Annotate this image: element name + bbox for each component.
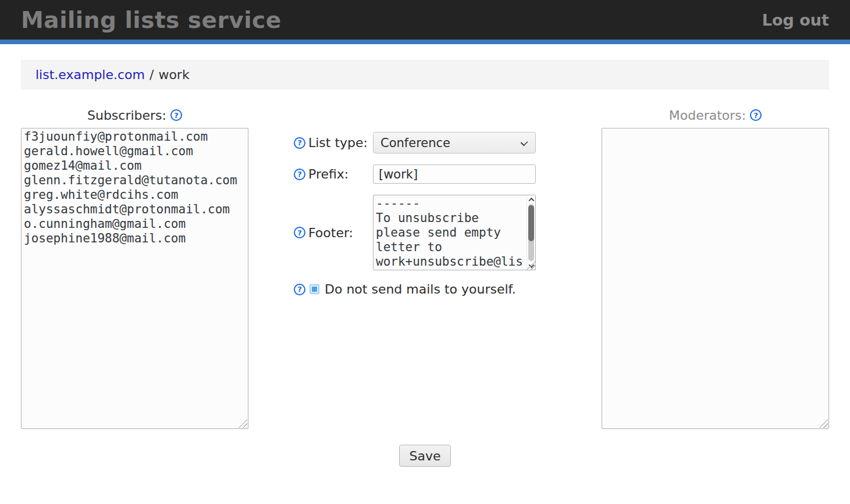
footer-row: ? Footer: ------ To unsubscribe please s… <box>294 195 602 270</box>
moderators-label: Moderators: <box>669 108 746 123</box>
prefix-help-icon[interactable]: ? <box>294 169 305 180</box>
list-type-row: ? List type: Conference <box>294 132 602 153</box>
breadcrumb-domain-link[interactable]: list.example.com <box>35 67 145 82</box>
logout-link[interactable]: Log out <box>762 11 829 29</box>
scrollbar-thumb[interactable] <box>528 205 534 241</box>
self-mail-help-icon[interactable]: ? <box>294 284 305 295</box>
scrollbar-track[interactable] <box>528 204 534 261</box>
footer-label: Footer: <box>308 226 370 240</box>
scroll-up-icon[interactable] <box>527 195 535 203</box>
moderators-box <box>602 128 829 429</box>
self-mail-checkbox[interactable] <box>310 284 319 294</box>
self-mail-label: Do not send mails to yourself. <box>325 282 516 296</box>
list-type-label: List type: <box>308 135 370 150</box>
moderators-heading: Moderators: ? <box>602 107 829 123</box>
footer-scrollbar[interactable] <box>527 195 535 270</box>
save-row: Save <box>0 445 850 467</box>
moderators-textarea[interactable] <box>602 128 829 429</box>
subscribers-help-icon[interactable]: ? <box>170 109 182 121</box>
main-content: Subscribers: ? f3juounfiy@protonmail.com… <box>0 107 850 429</box>
prefix-label: Prefix: <box>308 167 370 181</box>
page: Mailing lists service Log out list.examp… <box>0 0 850 504</box>
prefix-row: ? Prefix: <box>294 165 602 184</box>
subscribers-label: Subscribers: <box>87 108 166 123</box>
breadcrumb-current: work <box>158 67 189 82</box>
footer-textarea[interactable]: ------ To unsubscribe please send empty … <box>373 195 536 270</box>
footer-box: ------ To unsubscribe please send empty … <box>373 195 536 270</box>
breadcrumb-separator: / <box>150 67 154 82</box>
save-button[interactable]: Save <box>399 445 450 467</box>
checkbox-check-icon <box>312 287 317 292</box>
moderators-panel: Moderators: ? <box>602 107 829 429</box>
footer-help-icon[interactable]: ? <box>294 227 305 238</box>
app-title: Mailing lists service <box>21 7 282 33</box>
list-type-select-wrap: Conference <box>373 132 536 153</box>
subscribers-heading: Subscribers: ? <box>21 107 248 123</box>
subscribers-box: f3juounfiy@protonmail.com gerald.howell@… <box>21 128 248 429</box>
subscribers-panel: Subscribers: ? f3juounfiy@protonmail.com… <box>21 107 248 429</box>
list-type-select[interactable]: Conference <box>373 132 536 153</box>
subscribers-textarea[interactable]: f3juounfiy@protonmail.com gerald.howell@… <box>21 128 248 429</box>
header: Mailing lists service Log out <box>0 0 850 44</box>
breadcrumb: list.example.com / work <box>21 60 829 90</box>
list-settings-form: ? List type: Conference ? Prefix: ? Foot… <box>248 107 602 296</box>
list-type-help-icon[interactable]: ? <box>294 137 305 149</box>
moderators-help-icon[interactable]: ? <box>750 109 762 121</box>
self-mail-row: ? Do not send mails to yourself. <box>294 282 602 296</box>
prefix-input[interactable] <box>373 165 536 184</box>
